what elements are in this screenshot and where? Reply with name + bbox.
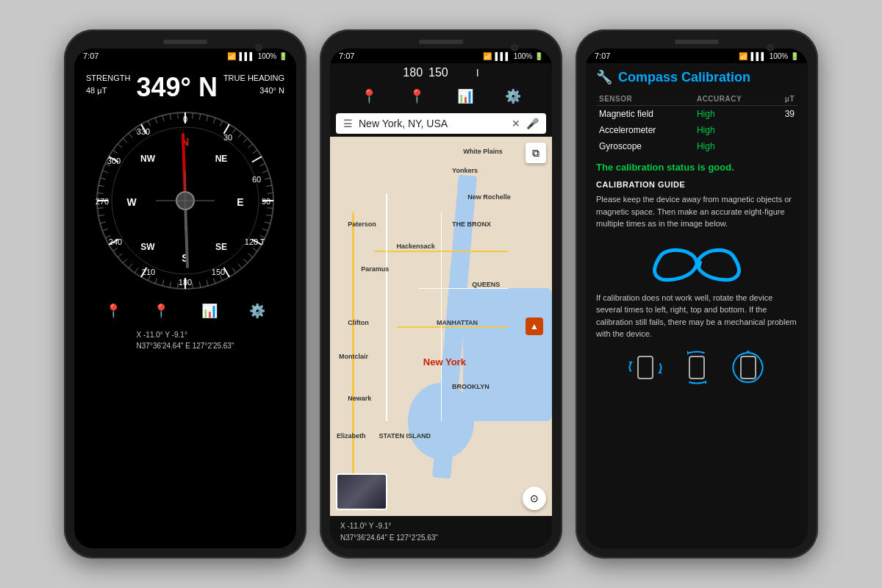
header-ut: μT — [773, 93, 797, 106]
svg-line-93 — [170, 114, 171, 120]
label-white-plains: White Plains — [463, 148, 503, 155]
svg-line-70 — [113, 248, 118, 251]
svg-line-49 — [248, 254, 253, 257]
svg-rect-101 — [638, 356, 653, 379]
label-clifton: Clifton — [348, 319, 369, 326]
map-location-icon[interactable]: 📍 — [361, 88, 377, 104]
phone-compass: 7:07 📶 ▌▌▌ 100% 🔋 STRENGTH 48 μT 349° N … — [64, 29, 306, 559]
true-heading-display: TRUE HEADING 340° N — [223, 72, 284, 96]
label-paterson: Paterson — [348, 220, 376, 228]
svg-line-57 — [199, 282, 200, 287]
guide-title: CALIBRATION GUIDE — [596, 180, 797, 189]
svg-line-73 — [102, 229, 108, 231]
sensor-gyro-name: Gyroscope — [596, 138, 694, 154]
microphone-icon[interactable]: 🎤 — [526, 118, 539, 129]
degree-marker: I — [476, 67, 479, 79]
svg-text:W: W — [126, 196, 137, 208]
label-hackensack: Hackensack — [397, 243, 435, 250]
map-status-time: 7:07 — [339, 51, 354, 60]
svg-text:NE: NE — [215, 154, 228, 164]
map-wifi-icon: 📶 — [483, 52, 492, 60]
battery-icon: 100% 🔋 — [258, 52, 287, 60]
map-chart-icon[interactable]: 📊 — [457, 88, 473, 104]
svg-line-28 — [220, 121, 222, 126]
label-newark: Newark — [348, 395, 371, 402]
svg-line-37 — [262, 171, 268, 173]
svg-line-87 — [129, 133, 132, 137]
search-actions: ✕ 🎤 — [512, 118, 539, 129]
svg-line-24 — [193, 112, 193, 118]
map-container[interactable]: Yonkers White Plains New Rochelle Paters… — [330, 137, 552, 516]
svg-line-55 — [213, 278, 215, 284]
status-bar: 7:07 📶 ▌▌▌ 100% 🔋 — [74, 49, 296, 63]
rotate-ud-icon — [678, 349, 715, 386]
svg-line-68 — [123, 259, 127, 263]
svg-rect-104 — [689, 356, 704, 379]
phone-speaker — [163, 40, 207, 44]
map-settings-icon[interactable]: ⚙️ — [505, 88, 521, 104]
settings-icon[interactable]: ⚙️ — [249, 303, 265, 319]
close-search-icon[interactable]: ✕ — [512, 118, 520, 129]
compass-nav-bar: 📍 📍 📊 ⚙️ — [74, 295, 296, 326]
svg-line-78 — [97, 193, 103, 194]
map-nav-arrow[interactable]: ▲ — [526, 318, 543, 335]
svg-line-62 — [162, 280, 164, 286]
phone-camera-2 — [511, 44, 518, 51]
svg-line-25 — [199, 114, 200, 120]
location-icon[interactable]: 📍 — [105, 303, 121, 319]
sensor-table: SENSOR ACCURACY μT Magnetic field High 3… — [596, 93, 797, 154]
svg-line-50 — [243, 259, 248, 263]
label-elizabeth: Elizabeth — [337, 432, 366, 440]
svg-line-80 — [100, 178, 106, 179]
svg-line-94 — [178, 112, 179, 118]
svg-line-39 — [266, 185, 272, 186]
svg-line-60 — [178, 283, 179, 289]
true-heading-value: 340° N — [223, 85, 284, 97]
highway-2 — [397, 326, 508, 328]
svg-marker-106 — [704, 380, 706, 384]
svg-rect-107 — [741, 356, 756, 379]
signal-icon: ▌▌▌ — [239, 52, 254, 60]
strength-value: 48 μT — [86, 85, 131, 97]
calib-status-icons: 📶 ▌▌▌ 100% 🔋 — [739, 52, 799, 60]
map-layers-button[interactable]: ⧉ — [526, 143, 546, 163]
svg-text:SE: SE — [215, 242, 227, 252]
svg-line-74 — [100, 222, 106, 223]
svg-line-75 — [98, 215, 104, 215]
map-search-bar[interactable]: ☰ New York, NY, USA ✕ 🎤 — [336, 113, 546, 134]
map-current-location-button[interactable]: ⊙ — [523, 487, 546, 510]
degree-row: 180 150 I — [330, 63, 552, 82]
guide-text-1: Please keep the device away from magneti… — [596, 193, 797, 230]
compass-content: STRENGTH 48 μT 349° N TRUE HEADING 340° … — [74, 63, 296, 548]
map-icon[interactable]: 📍 — [153, 303, 169, 319]
svg-line-40 — [268, 193, 273, 194]
hamburger-icon[interactable]: ☰ — [343, 118, 353, 129]
map-battery-icon: 100% 🔋 — [514, 52, 543, 60]
svg-line-56 — [207, 280, 208, 286]
atlantic-water — [463, 288, 552, 421]
compass-dial-container: // Will be rendered via SVG in the templ… — [93, 109, 277, 293]
calib-signal-icon: ▌▌▌ — [750, 52, 766, 60]
chart-icon[interactable]: 📊 — [201, 303, 218, 319]
label-montclair: Montclair — [339, 353, 368, 360]
compass-svg: // Will be rendered via SVG in the templ… — [93, 109, 277, 293]
svg-line-66 — [135, 268, 138, 273]
rotate-lr-icon — [627, 349, 664, 386]
map-status-bar: 7:07 📶 ▌▌▌ 100% 🔋 — [330, 49, 552, 63]
calib-screen-wrapper: 7:07 📶 ▌▌▌ 100% 🔋 🔧 Compass Calibration … — [586, 49, 808, 548]
svg-line-69 — [118, 254, 122, 257]
svg-text:SW: SW — [140, 242, 155, 252]
svg-text:E: E — [237, 196, 243, 208]
calib-status-bar: 7:07 📶 ▌▌▌ 100% 🔋 — [586, 49, 808, 63]
svg-line-38 — [265, 178, 270, 179]
phone-speaker-3 — [675, 40, 719, 44]
label-paramus: Paramus — [361, 265, 389, 273]
label-queens: QUEENS — [472, 281, 500, 288]
map-map-icon[interactable]: 📍 — [409, 88, 425, 104]
svg-line-79 — [98, 185, 104, 186]
road-2 — [419, 288, 508, 289]
svg-text:30: 30 — [223, 133, 232, 142]
svg-line-36 — [260, 163, 265, 165]
calibration-status: The calibration status is good. — [596, 162, 797, 173]
label-manhattan: MANHATTAN — [437, 319, 478, 326]
